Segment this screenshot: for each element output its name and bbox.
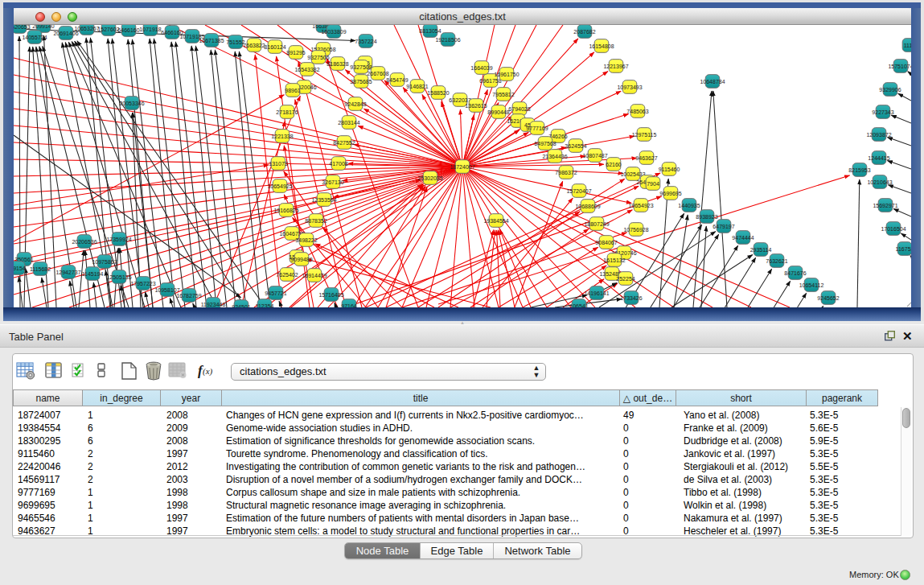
svg-text:7904: 7904 [647,181,659,187]
svg-text:924501: 924501 [232,304,250,308]
svg-text:6961758: 6961758 [479,78,501,84]
svg-text:112354: 112354 [256,303,274,308]
svg-text:14196141: 14196141 [584,290,609,296]
svg-text:10688609: 10688609 [575,204,600,209]
svg-text:131073: 131073 [269,161,287,167]
svg-text:8186328: 8186328 [326,61,348,67]
svg-text:8938923: 8938923 [696,214,717,220]
svg-text:8813054: 8813054 [419,28,441,34]
svg-text:6322037: 6322037 [449,97,470,103]
svg-text:751552: 751552 [226,39,244,45]
svg-text:1221338: 1221338 [271,134,293,139]
svg-text:10973493: 10973493 [617,84,642,90]
svg-text:2099140: 2099140 [32,25,54,29]
svg-text:17016504: 17016504 [881,226,906,232]
svg-text:3498222: 3498222 [295,237,317,243]
svg-text:20691406: 20691406 [53,31,78,36]
svg-text:12213967: 12213967 [603,64,628,69]
svg-text:891295: 891295 [286,50,305,56]
svg-text:106541: 106541 [569,303,588,308]
svg-text:9327506: 9327506 [307,55,329,60]
svg-text:9699695: 9699695 [659,191,681,196]
svg-text:15716485: 15716485 [318,292,343,298]
svg-text:1145194: 1145194 [82,271,104,277]
svg-text:10654925: 10654925 [267,183,292,189]
svg-text:7955812: 7955812 [492,92,514,97]
svg-text:16914479: 16914479 [302,273,326,278]
svg-text:15720407: 15720407 [566,188,591,194]
svg-text:12975115: 12975115 [632,132,657,138]
svg-text:7663822: 7663822 [243,43,265,48]
svg-text:16543382: 16543382 [294,67,319,72]
svg-text:12353594: 12353594 [311,197,336,203]
svg-text:9474444: 9474444 [732,235,754,241]
svg-text:417008: 417008 [329,161,347,167]
svg-text:15751074: 15751074 [888,64,911,69]
svg-text:1112: 1112 [904,43,911,48]
svg-text:97164: 97164 [341,303,357,308]
svg-text:8471676: 8471676 [784,270,806,276]
svg-text:17359924: 17359924 [106,237,131,242]
svg-text:1244415: 1244415 [868,155,889,161]
svg-text:9777169: 9777169 [526,126,548,131]
svg-text:7986372: 7986372 [555,170,577,175]
svg-text:2803144: 2803144 [338,120,359,126]
svg-text:6794028: 6794028 [508,106,530,112]
svg-text:9457721: 9457721 [265,290,286,296]
svg-text:14055724: 14055724 [22,35,47,40]
svg-text:2935114: 2935114 [750,247,772,253]
svg-text:20053346: 20053346 [119,101,144,106]
svg-text:6497568: 6497568 [534,141,556,146]
svg-text:7357224: 7357224 [355,39,376,44]
svg-text:7632621: 7632621 [766,258,787,264]
svg-text:18724007: 18724007 [450,164,474,170]
svg-text:39154: 39154 [14,266,26,271]
svg-text:9227343: 9227343 [872,109,893,115]
svg-text:25302035: 25302035 [417,175,442,181]
svg-text:11923448: 11923448 [201,302,226,307]
svg-text:9146821: 9146821 [406,84,428,89]
svg-text:62160: 62160 [606,162,622,167]
svg-text:2667608: 2667608 [367,71,388,76]
svg-text:21364436: 21364436 [542,154,567,159]
svg-text:2718176: 2718176 [276,109,298,115]
svg-text:9099489: 9099489 [290,257,312,262]
svg-text:3267130: 3267130 [322,179,343,185]
svg-text:1362615: 1362615 [465,103,487,109]
svg-text:98961: 98961 [285,88,301,93]
svg-text:16033809: 16033809 [321,29,346,35]
svg-text:16782759: 16782759 [176,293,201,299]
svg-text:6466160: 6466160 [117,27,139,33]
svg-text:3875685: 3875685 [350,79,372,84]
svg-text:19218506: 19218506 [435,37,460,43]
svg-text:9327508: 9327508 [350,64,372,70]
svg-text:10654112: 10654112 [799,282,824,288]
svg-text:9245652: 9245652 [817,295,839,301]
svg-text:6479197: 6479197 [713,224,734,229]
svg-text:10756928: 10756928 [623,227,648,233]
svg-text:1615132: 1615132 [603,257,625,263]
svg-text:8878352: 8878352 [305,218,326,224]
svg-text:12505135: 12505135 [106,274,131,280]
svg-text:1071918: 1071918 [139,27,161,32]
svg-text:12093872: 12093872 [866,132,891,138]
svg-text:116753: 116753 [896,246,911,252]
svg-text:19166825: 19166825 [273,208,298,213]
svg-text:20206536: 20206536 [72,239,97,245]
svg-text:8990448: 8990448 [487,109,509,115]
svg-text:1440935: 1440935 [678,203,700,208]
svg-text:9242848: 9242848 [344,101,366,107]
svg-text:9115460: 9115460 [659,167,680,172]
svg-text:16154808: 16154808 [589,43,614,49]
svg-text:10975867: 10975867 [92,259,117,265]
svg-text:15692971: 15692971 [873,203,897,208]
svg-text:3624554: 3624554 [565,143,586,149]
svg-text:16671385: 16671385 [199,38,224,43]
svg-text:1664039: 1664039 [470,65,492,71]
svg-text:10958107: 10958107 [154,287,179,293]
svg-text:1733426: 1733426 [620,295,642,301]
svg-text:8215953: 8215953 [848,167,870,173]
svg-text:8160124: 8160124 [264,44,285,50]
svg-text:8427552: 8427552 [333,140,355,146]
svg-text:7625402: 7625402 [276,272,298,278]
